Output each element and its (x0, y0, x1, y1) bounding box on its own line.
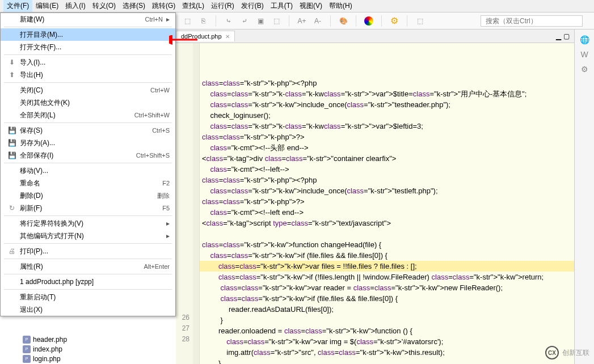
globe-icon[interactable]: 🌐 (580, 35, 589, 44)
menu-close[interactable]: 关闭(C) Ctrl+W (1, 84, 175, 96)
menu-help[interactable]: 帮助(H) (326, 0, 356, 12)
menu-delete[interactable]: 删除(D) 删除 (1, 189, 175, 202)
save-as-icon: 💾 (6, 139, 18, 147)
watermark-logo-icon: CX (545, 346, 559, 359)
tool-icon-2[interactable]: ⎘ (197, 15, 209, 27)
menu-restart[interactable]: 重新启动(T) (1, 291, 175, 303)
menu-save-all[interactable]: 💾 全部保存(I) Ctrl+Shift+S (1, 149, 175, 162)
file-tree: Pheader.php Pindex.php Plogin.php (23, 335, 67, 363)
tab-close-icon[interactable]: ✕ (225, 33, 230, 40)
menu-rename[interactable]: 重命名 F2 (1, 177, 175, 189)
settings-icon[interactable]: ⚙ (581, 65, 588, 74)
annotation-arrow (169, 35, 203, 46)
php-file-icon: P (23, 355, 31, 363)
save-all-icon: 💾 (6, 151, 18, 159)
menu-goto[interactable]: 跳转(G) (149, 0, 179, 12)
export-icon: ⬆ (6, 71, 18, 79)
font-decrease-icon[interactable]: A- (312, 15, 323, 27)
menu-print[interactable]: 🖨 打印(P)... (1, 245, 175, 257)
gear-icon[interactable]: ⚙ (389, 15, 400, 27)
minimize-icon[interactable]: ▁ (556, 32, 561, 40)
php-file-icon: P (23, 336, 31, 344)
watermark-text: 创新互联 (562, 348, 589, 358)
refresh-icon: ↻ (6, 204, 18, 212)
menu-refresh[interactable]: ↻ 刷新(F) F5 (1, 202, 175, 214)
menu-select[interactable]: 选择(S) (119, 0, 149, 12)
menu-publish[interactable]: 发行(B) (238, 0, 267, 12)
tool-icon-6[interactable]: ⬚ (271, 15, 282, 27)
menu-view[interactable]: 视图(V) (296, 0, 326, 12)
right-label: W (580, 50, 588, 59)
file-dropdown: 新建(W) Ctrl+N ▸ 打开目录(M)... 打开文件(F)... ⬇ 导… (0, 12, 176, 316)
menu-line-delimiters[interactable]: 将行定界符转换为(V) ▸ (1, 217, 175, 230)
tab-controls: ▁ ▢ (556, 32, 570, 40)
menu-recent-file[interactable]: 1 addProduct.php [yzpp] (1, 276, 175, 288)
file-item[interactable]: Pindex.php (23, 344, 67, 354)
menu-move[interactable]: 移动(V)... (1, 164, 175, 177)
file-item[interactable]: Pheader.php (23, 335, 67, 344)
php-file-icon: P (23, 345, 31, 353)
menu-open-file[interactable]: 打开文件(F)... (1, 41, 175, 53)
menu-find[interactable]: 查找(L) (179, 0, 208, 12)
search-input[interactable] (481, 15, 583, 27)
file-item[interactable]: Plogin.php (23, 354, 67, 363)
tool-icon-5[interactable]: ▣ (255, 15, 266, 27)
menu-save[interactable]: 💾 保存(S) Ctrl+S (1, 124, 175, 137)
code-editor[interactable]: class=class="k-str">"k-php"><?php class=… (200, 43, 574, 364)
watermark: CX 创新互联 (545, 346, 589, 359)
menu-import[interactable]: ⬇ 导入(I)... (1, 56, 175, 69)
menu-encoding[interactable]: 其他编码方式打开(N) ▸ (1, 230, 175, 242)
tool-icon-1[interactable]: ⬚ (182, 15, 193, 27)
rainbow-icon[interactable] (363, 15, 374, 27)
tool-icon-3[interactable]: ⤷ (223, 15, 234, 27)
line-numbers: 262728 (176, 43, 193, 364)
menu-save-as[interactable]: 💾 另存为(A)... (1, 137, 175, 149)
font-increase-icon[interactable]: A+ (296, 15, 307, 27)
menu-tools[interactable]: 工具(T) (267, 0, 296, 12)
save-icon: 💾 (6, 126, 18, 134)
right-panel: 🌐 W ⚙ (574, 29, 594, 364)
menu-file[interactable]: 文件(F) (3, 0, 32, 12)
menu-properties[interactable]: 属性(R) Alt+Enter (1, 260, 175, 273)
menubar: 文件(F) 编辑(E) 插入(I) 转义(O) 选择(S) 跳转(G) 查找(L… (0, 0, 594, 12)
menu-close-others[interactable]: 关闭其他文件(K) (1, 96, 175, 109)
menu-export[interactable]: ⬆ 导出(H) (1, 69, 175, 81)
menu-close-all[interactable]: 全部关闭(L) Ctrl+Shift+W (1, 109, 175, 121)
menu-exit[interactable]: 退出(X) (1, 303, 175, 316)
import-icon: ⬇ (6, 58, 18, 66)
menu-run[interactable]: 运行(R) (208, 0, 238, 12)
palette-icon[interactable]: 🎨 (338, 15, 349, 27)
maximize-icon[interactable]: ▢ (563, 32, 570, 40)
tool-icon-last[interactable]: ⬚ (414, 15, 426, 27)
menu-insert[interactable]: 插入(I) (62, 0, 89, 12)
print-icon: 🖨 (6, 247, 18, 255)
menu-new[interactable]: 新建(W) Ctrl+N ▸ (1, 13, 175, 26)
menu-edit[interactable]: 编辑(E) (32, 0, 62, 12)
tool-icon-4[interactable]: ⤶ (239, 15, 250, 27)
menu-escape[interactable]: 转义(O) (89, 0, 119, 12)
menu-open-directory[interactable]: 打开目录(M)... (1, 28, 175, 41)
